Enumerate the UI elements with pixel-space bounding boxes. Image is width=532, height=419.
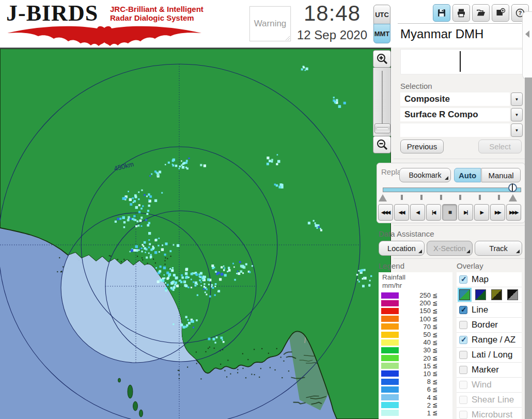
replay-timeline-slider[interactable] bbox=[383, 188, 521, 192]
composite-dropdown-button[interactable]: ▼ bbox=[511, 92, 523, 106]
xsection-button-label: X-Section bbox=[433, 244, 466, 253]
legend-threshold-value: 4 bbox=[399, 394, 431, 401]
map-style-swatch[interactable] bbox=[507, 289, 518, 300]
select-button[interactable]: Select bbox=[478, 139, 522, 153]
legend-threshold-value: 100 bbox=[399, 315, 431, 323]
legend-color-swatch bbox=[381, 347, 399, 353]
playback-button-glyph: ▶| bbox=[464, 210, 467, 215]
zoom-out-button[interactable] bbox=[373, 136, 391, 153]
legend-threshold-value: 250 bbox=[399, 291, 431, 299]
timeline-tick bbox=[420, 195, 423, 200]
legend-leq-symbol: ≦ bbox=[432, 300, 437, 307]
overlay-checkbox[interactable] bbox=[459, 306, 467, 314]
auto-mode-button[interactable]: Auto bbox=[454, 168, 481, 182]
step-forward-button[interactable]: ▶| bbox=[458, 204, 473, 221]
legend-color-swatch bbox=[381, 410, 399, 416]
location-button[interactable]: Location bbox=[379, 241, 425, 256]
legend-row: 4 ≦ bbox=[379, 393, 452, 401]
legend-leq-symbol: ≦ bbox=[432, 331, 437, 338]
bookmark-button[interactable]: Bookmark bbox=[399, 168, 451, 182]
legend-row: 100 ≦ bbox=[379, 315, 452, 323]
warning-button[interactable]: Warning bbox=[249, 6, 291, 41]
previous-button[interactable]: Previous bbox=[400, 139, 444, 153]
overlay-checkbox[interactable] bbox=[459, 336, 467, 344]
zoom-slider-track[interactable] bbox=[373, 68, 391, 136]
manual-button-label: Manual bbox=[488, 171, 513, 180]
track-button[interactable]: Track bbox=[475, 241, 522, 256]
step-back-button[interactable]: |◀ bbox=[426, 204, 441, 221]
panel-collapse-tab[interactable] bbox=[522, 11, 532, 80]
timeline-end-marker[interactable] bbox=[509, 194, 517, 201]
overlay-checkbox[interactable] bbox=[459, 396, 467, 404]
capture-image-button[interactable] bbox=[492, 4, 509, 22]
map-style-swatches bbox=[457, 287, 522, 303]
fast-rewind-button[interactable]: ◀◀ bbox=[394, 204, 409, 221]
save-button[interactable] bbox=[433, 4, 450, 22]
previous-button-label: Previous bbox=[407, 142, 437, 151]
option-dropdown-button[interactable]: ▼ bbox=[511, 123, 523, 137]
chevron-down-icon: ▼ bbox=[515, 113, 519, 117]
jump-to-end-button[interactable]: ▶▶▶ bbox=[506, 204, 521, 221]
open-file-button[interactable] bbox=[472, 4, 490, 22]
overlay-row-label: Border bbox=[472, 320, 498, 330]
replay-slider-thumb[interactable] bbox=[508, 183, 517, 192]
legend-row: 250 ≦ bbox=[379, 291, 452, 299]
timeline-start-marker[interactable] bbox=[379, 194, 387, 201]
playback-button-glyph: ◀ bbox=[416, 210, 419, 215]
legend-color-swatch bbox=[381, 323, 399, 330]
overlay-section-label: Overlay bbox=[457, 261, 483, 270]
option-dropdown-value[interactable] bbox=[400, 123, 510, 137]
overlay-row-label: Shear Line bbox=[472, 395, 514, 405]
zoom-slider-thumb[interactable] bbox=[374, 123, 390, 133]
open-folder-icon bbox=[476, 8, 486, 18]
playback-controls: ◀◀◀ ◀◀ ◀ |◀ ■ ▶| bbox=[378, 204, 521, 221]
map-style-swatch[interactable] bbox=[459, 289, 470, 300]
overlay-row: Line bbox=[457, 303, 522, 318]
play-button[interactable]: ▶ bbox=[474, 204, 489, 221]
zoom-in-button[interactable] bbox=[373, 50, 391, 68]
overlay-checkbox[interactable] bbox=[459, 366, 467, 374]
rainfall-legend: Rainfall mm/hr 250 ≦ 200 ≦ 150 ≦ bbox=[379, 272, 452, 419]
timeline-tick bbox=[401, 195, 403, 200]
legend-threshold-value: 1 bbox=[399, 409, 431, 417]
overlay-checkbox[interactable] bbox=[459, 351, 467, 359]
map-style-swatch[interactable] bbox=[475, 289, 486, 300]
composite-dropdown-value[interactable]: Composite bbox=[400, 92, 510, 106]
collapse-arrow-icon bbox=[525, 30, 529, 38]
play-reverse-button[interactable]: ◀ bbox=[410, 204, 425, 221]
logo-subtitle-line2: Radar Dialogic System bbox=[110, 13, 204, 22]
print-button[interactable] bbox=[452, 4, 470, 22]
legend-leq-symbol: ≦ bbox=[432, 339, 437, 346]
legend-leq-symbol: ≦ bbox=[432, 394, 437, 401]
jump-to-start-button[interactable]: ◀◀◀ bbox=[378, 204, 393, 221]
legend-row: 15 ≦ bbox=[379, 362, 452, 370]
map-checkbox[interactable] bbox=[459, 275, 467, 284]
legend-row: 50 ≦ bbox=[379, 331, 452, 338]
overlay-row: Marker bbox=[457, 363, 522, 378]
legend-threshold-value: 8 bbox=[399, 378, 431, 385]
legend-row: 2 ≦ bbox=[379, 401, 452, 409]
window-scrollbar[interactable] bbox=[525, 77, 532, 419]
utc-timezone-button[interactable]: UTC bbox=[373, 5, 390, 24]
xsection-button[interactable]: X-Section bbox=[427, 241, 473, 256]
legend-color-swatch bbox=[381, 379, 399, 385]
overlay-label-map: Map bbox=[472, 274, 489, 285]
overlay-row-map: Map bbox=[457, 272, 522, 287]
map-style-swatch[interactable] bbox=[491, 289, 502, 300]
stop-button[interactable]: ■ bbox=[442, 204, 457, 221]
product-dropdown-button[interactable]: ▼ bbox=[511, 108, 523, 121]
mmt-timezone-button[interactable]: MMT bbox=[373, 24, 390, 43]
legend-leq-symbol: ≦ bbox=[432, 354, 437, 362]
legend-leq-symbol: ≦ bbox=[432, 315, 437, 322]
manual-mode-button[interactable]: Manual bbox=[481, 168, 521, 182]
radar-map-viewport[interactable]: 450km bbox=[0, 48, 391, 419]
overlay-checkbox[interactable] bbox=[459, 381, 467, 389]
legend-threshold-value: 150 bbox=[399, 307, 431, 315]
overlay-checkbox[interactable] bbox=[459, 411, 467, 419]
legend-leq-symbol: ≦ bbox=[432, 378, 437, 385]
legend-color-swatch bbox=[381, 332, 399, 338]
product-dropdown-value[interactable]: Surface R Compo bbox=[400, 108, 510, 121]
fast-forward-button[interactable]: ▶▶ bbox=[490, 204, 505, 221]
overlay-checkbox[interactable] bbox=[459, 321, 467, 329]
panel-divider bbox=[398, 23, 522, 24]
